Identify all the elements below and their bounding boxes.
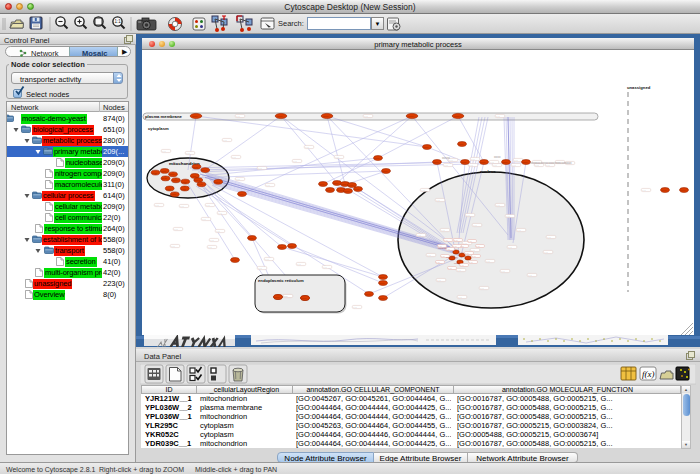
svg-text:[...]: [...] <box>466 252 469 254</box>
svg-text:1:1: 1:1 <box>115 19 122 24</box>
svg-text:[...]: [...] <box>471 249 474 251</box>
svg-text:[...]: [...] <box>427 254 430 256</box>
svg-text:####: #### <box>214 181 220 184</box>
svg-text:[...]: [...] <box>208 246 211 248</box>
svg-text:[...]: [...] <box>436 199 439 201</box>
svg-text:####: #### <box>194 179 200 182</box>
svg-text:[...]: [...] <box>496 204 499 206</box>
svg-text:[...]: [...] <box>305 146 308 148</box>
svg-text:####: #### <box>172 179 178 182</box>
svg-text:[...]: [...] <box>266 184 269 186</box>
svg-text:####: #### <box>301 297 307 300</box>
svg-text:[...]: [...] <box>258 167 261 169</box>
svg-text:####: #### <box>480 161 486 164</box>
svg-text:####: #### <box>344 190 350 193</box>
svg-text:####: #### <box>680 189 686 192</box>
svg-text:####: #### <box>192 115 198 118</box>
svg-text:[...]: [...] <box>470 261 473 263</box>
svg-text:[...]: [...] <box>469 240 472 242</box>
svg-text:[...]: [...] <box>335 156 338 158</box>
svg-text:xxxxxxxxxx: xxxxxxxxxx <box>446 256 458 258</box>
svg-text:####: #### <box>379 297 385 300</box>
svg-text:####: #### <box>354 188 360 191</box>
svg-text:[...]: [...] <box>171 245 174 247</box>
svg-text:[...]: [...] <box>421 189 424 191</box>
svg-text:[...]: [...] <box>232 156 235 158</box>
svg-text:[...]: [...] <box>216 230 219 232</box>
svg-text:[...]: [...] <box>496 115 499 117</box>
svg-text:[...]: [...] <box>210 239 213 241</box>
svg-text:endoplasmic reticulum: endoplasmic reticulum <box>258 278 304 283</box>
svg-text:####: #### <box>191 175 197 178</box>
svg-text:[...]: [...] <box>417 234 420 236</box>
svg-text:####: #### <box>374 157 380 160</box>
svg-text:####: #### <box>461 161 467 164</box>
svg-text:####: #### <box>433 161 439 164</box>
svg-text:[...]: [...] <box>364 115 367 117</box>
svg-text:xxxxxxxx: xxxxxxxx <box>438 247 448 249</box>
svg-text:####: #### <box>193 166 199 169</box>
svg-text:[...]: [...] <box>480 287 483 289</box>
svg-text:[...]: [...] <box>471 158 474 160</box>
svg-text:####: #### <box>288 245 294 248</box>
svg-text:xxxxx: xxxxx <box>494 156 501 159</box>
svg-text:####: #### <box>171 193 177 196</box>
svg-text:[...]: [...] <box>466 214 469 216</box>
svg-text:####: #### <box>522 161 528 164</box>
svg-text:cytoplasm: cytoplasm <box>148 126 169 131</box>
svg-text:[...]: [...] <box>455 239 458 241</box>
svg-text:####: #### <box>166 188 172 191</box>
svg-text:####: #### <box>319 183 325 186</box>
svg-text:[...]: [...] <box>490 161 493 163</box>
svg-text:####: #### <box>248 237 254 240</box>
svg-text:[...]: [...] <box>477 245 480 247</box>
svg-text:[...]: [...] <box>461 245 464 247</box>
svg-text:[...]: [...] <box>473 255 476 257</box>
svg-text:[...]: [...] <box>437 261 440 263</box>
svg-text:[...]: [...] <box>202 218 205 220</box>
svg-text:xxxxxx: xxxxxx <box>454 262 462 264</box>
svg-text:[...]: [...] <box>517 229 520 231</box>
svg-text:[...]: [...] <box>223 139 226 141</box>
svg-text:[...]: [...] <box>506 215 509 217</box>
svg-text:####: #### <box>274 296 280 299</box>
svg-text:[...]: [...] <box>437 279 440 281</box>
svg-text:xxxxxxxxxxxxxxxxxxxxxxxxxxxxxx: xxxxxxxxxxxxxxxxxxxxxxxxxxxxxxxx <box>530 162 572 165</box>
svg-text:[...]: [...] <box>297 263 300 265</box>
svg-text:[...]: [...] <box>642 189 645 191</box>
svg-text:[...]: [...] <box>547 236 550 238</box>
svg-text:####: #### <box>379 282 385 285</box>
svg-text:f(x): f(x) <box>642 369 655 379</box>
svg-text:[...]: [...] <box>544 251 547 253</box>
svg-text:####: #### <box>162 177 168 180</box>
svg-text:[...]: [...] <box>512 164 515 166</box>
svg-text:####: #### <box>408 115 414 118</box>
svg-text:[...]: [...] <box>206 204 209 206</box>
svg-text:[...]: [...] <box>155 204 158 206</box>
svg-text:[...]: [...] <box>284 295 287 297</box>
svg-text:####: #### <box>238 193 244 196</box>
svg-text:[...]: [...] <box>508 246 511 248</box>
svg-text:####: #### <box>502 161 508 164</box>
svg-text:[...]: [...] <box>454 245 457 247</box>
svg-text:[...]: [...] <box>293 160 296 162</box>
svg-text:####: #### <box>277 115 283 118</box>
svg-text:####: #### <box>382 170 388 173</box>
svg-text:####: #### <box>181 188 187 191</box>
svg-text:[...]: [...] <box>445 239 448 241</box>
svg-text:[...]: [...] <box>162 150 165 152</box>
svg-text:####: #### <box>161 170 167 173</box>
svg-text:[...]: [...] <box>469 164 472 166</box>
svg-text:[...]: [...] <box>473 224 476 226</box>
svg-text:[...]: [...] <box>174 228 177 230</box>
svg-text:####: #### <box>423 146 429 149</box>
svg-text:[...]: [...] <box>528 274 531 276</box>
svg-text:####: #### <box>333 182 339 185</box>
svg-text:####: #### <box>152 172 158 175</box>
svg-text:####: #### <box>365 293 371 296</box>
svg-text:[...]: [...] <box>458 296 461 298</box>
svg-text:[...]: [...] <box>218 212 221 214</box>
svg-text:[...]: [...] <box>449 159 452 161</box>
svg-text:####: #### <box>341 183 347 186</box>
svg-text:[...]: [...] <box>493 164 496 166</box>
